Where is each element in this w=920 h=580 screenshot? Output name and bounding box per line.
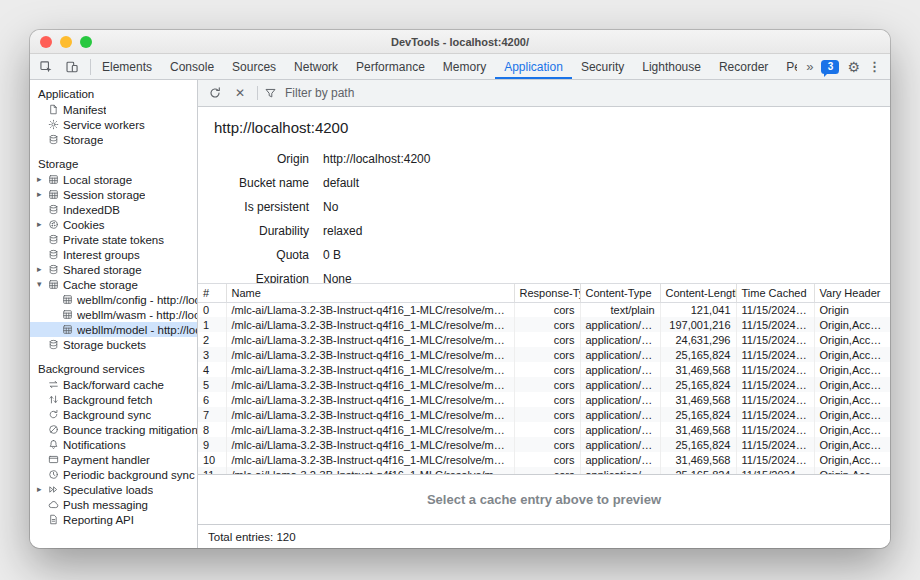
cell-n[interactable]: 8: [198, 422, 226, 437]
cell-ct[interactable]: application/oc…: [580, 332, 660, 347]
tab-recorder[interactable]: Recorder: [710, 54, 777, 79]
cell-len[interactable]: 24,631,296: [660, 332, 736, 347]
tab-application[interactable]: Application: [495, 54, 572, 79]
cell-name[interactable]: /mlc-ai/Llama-3.2-3B-Instruct-q4f16_1-ML…: [226, 452, 514, 467]
clear-icon[interactable]: ✕: [229, 83, 251, 103]
cell-vary[interactable]: Origin,Access…: [814, 362, 890, 377]
cell-len[interactable]: 31,469,568: [660, 452, 736, 467]
cell-vary[interactable]: Origin,Access…: [814, 332, 890, 347]
cell-n[interactable]: 10: [198, 452, 226, 467]
sidebar-item-back-forward-cache[interactable]: Back/forward cache: [30, 377, 197, 392]
cell-ct[interactable]: application/oc…: [580, 422, 660, 437]
cache-entry-row[interactable]: 9/mlc-ai/Llama-3.2-3B-Instruct-q4f16_1-M…: [198, 437, 890, 452]
cell-vary[interactable]: Origin,Access…: [814, 377, 890, 392]
cell-vary[interactable]: Origin,Access…: [814, 437, 890, 452]
settings-gear-icon[interactable]: ⚙: [847, 60, 860, 74]
tab-network[interactable]: Network: [285, 54, 347, 79]
tab-elements[interactable]: Elements: [93, 54, 161, 79]
cell-rt[interactable]: cors: [514, 302, 580, 317]
sidebar-item-push-messaging[interactable]: Push messaging: [30, 497, 197, 512]
cell-len[interactable]: 121,041: [660, 302, 736, 317]
cell-name[interactable]: /mlc-ai/Llama-3.2-3B-Instruct-q4f16_1-ML…: [226, 392, 514, 407]
cell-time[interactable]: 11/15/2024, 10…: [736, 347, 814, 362]
sidebar-item-indexeddb[interactable]: IndexedDB: [30, 202, 197, 217]
sidebar-item-interest-groups[interactable]: Interest groups: [30, 247, 197, 262]
sidebar-item-background-fetch[interactable]: Background fetch: [30, 392, 197, 407]
column-header-response-type[interactable]: Response-Type: [514, 284, 580, 302]
chevron-right-icon[interactable]: ▸: [37, 220, 48, 229]
tab-sources[interactable]: Sources: [223, 54, 285, 79]
cell-n[interactable]: 11: [198, 467, 226, 475]
cell-rt[interactable]: cors: [514, 362, 580, 377]
cell-name[interactable]: /mlc-ai/Llama-3.2-3B-Instruct-q4f16_1-ML…: [226, 437, 514, 452]
cell-len[interactable]: 25,165,824: [660, 467, 736, 475]
cache-entry-row[interactable]: 1/mlc-ai/Llama-3.2-3B-Instruct-q4f16_1-M…: [198, 317, 890, 332]
tab-memory[interactable]: Memory: [434, 54, 495, 79]
sidebar-item-service-workers[interactable]: Service workers: [30, 117, 197, 132]
column-header-time-cached[interactable]: Time Cached: [736, 284, 814, 302]
cell-time[interactable]: 11/15/2024, 10…: [736, 332, 814, 347]
cell-ct[interactable]: application/oc…: [580, 437, 660, 452]
cache-entry-row[interactable]: 0/mlc-ai/Llama-3.2-3B-Instruct-q4f16_1-M…: [198, 302, 890, 317]
cell-time[interactable]: 11/15/2024, 10…: [736, 362, 814, 377]
sidebar-item-shared-storage[interactable]: ▸Shared storage: [30, 262, 197, 277]
cell-len[interactable]: 31,469,568: [660, 392, 736, 407]
cell-vary[interactable]: Origin,Access…: [814, 347, 890, 362]
cell-name[interactable]: /mlc-ai/Llama-3.2-3B-Instruct-q4f16_1-ML…: [226, 407, 514, 422]
sidebar-item-cookies[interactable]: ▸Cookies: [30, 217, 197, 232]
cell-ct[interactable]: application/oc…: [580, 347, 660, 362]
sidebar-item-webllm-model-http-loc[interactable]: webllm/model - http://loc…: [30, 322, 197, 337]
close-button[interactable]: [40, 36, 52, 48]
chevron-right-icon[interactable]: ▸: [37, 265, 48, 274]
cell-n[interactable]: 0: [198, 302, 226, 317]
cell-len[interactable]: 25,165,824: [660, 437, 736, 452]
cell-name[interactable]: /mlc-ai/Llama-3.2-3B-Instruct-q4f16_1-ML…: [226, 422, 514, 437]
column-header-vary-header[interactable]: Vary Header: [814, 284, 890, 302]
cell-rt[interactable]: cors: [514, 407, 580, 422]
tab-performance-insights[interactable]: Performance insights: [777, 54, 797, 79]
cell-ct[interactable]: application/oc…: [580, 377, 660, 392]
chevron-right-icon[interactable]: ▸: [37, 190, 48, 199]
cell-len[interactable]: 197,001,216: [660, 317, 736, 332]
sidebar-item-background-sync[interactable]: Background sync: [30, 407, 197, 422]
cell-time[interactable]: 11/15/2024, 10…: [736, 407, 814, 422]
cell-rt[interactable]: cors: [514, 452, 580, 467]
cell-vary[interactable]: Origin,Access…: [814, 407, 890, 422]
cell-n[interactable]: 5: [198, 377, 226, 392]
more-tabs-icon[interactable]: »: [806, 59, 813, 74]
inspect-element-icon[interactable]: [34, 57, 58, 77]
column-header-content-length[interactable]: Content-Length: [660, 284, 736, 302]
chevron-right-icon[interactable]: ▸: [37, 485, 48, 494]
cell-vary[interactable]: Origin,Access…: [814, 452, 890, 467]
sidebar-item-payment-handler[interactable]: Payment handler: [30, 452, 197, 467]
sidebar-item-manifest[interactable]: Manifest: [30, 102, 197, 117]
cell-rt[interactable]: cors: [514, 467, 580, 475]
cache-entry-row[interactable]: 10/mlc-ai/Llama-3.2-3B-Instruct-q4f16_1-…: [198, 452, 890, 467]
sidebar-item-bounce-tracking-mitigations[interactable]: Bounce tracking mitigations: [30, 422, 197, 437]
cell-len[interactable]: 25,165,824: [660, 407, 736, 422]
tab-console[interactable]: Console: [161, 54, 223, 79]
cell-rt[interactable]: cors: [514, 377, 580, 392]
cache-entry-row[interactable]: 5/mlc-ai/Llama-3.2-3B-Instruct-q4f16_1-M…: [198, 377, 890, 392]
column-header-[interactable]: #: [198, 284, 226, 302]
cell-vary[interactable]: Origin,Access…: [814, 422, 890, 437]
cell-len[interactable]: 25,165,824: [660, 377, 736, 392]
cell-ct[interactable]: text/plain: [580, 302, 660, 317]
device-toolbar-icon[interactable]: [60, 57, 84, 77]
cell-ct[interactable]: application/oc…: [580, 467, 660, 475]
tab-security[interactable]: Security: [572, 54, 633, 79]
tab-performance[interactable]: Performance: [347, 54, 434, 79]
filter-by-path-input[interactable]: [283, 85, 884, 101]
cell-n[interactable]: 1: [198, 317, 226, 332]
cell-ct[interactable]: application/oc…: [580, 317, 660, 332]
cell-time[interactable]: 11/15/2024, 10…: [736, 317, 814, 332]
column-header-name[interactable]: Name: [226, 284, 514, 302]
cell-n[interactable]: 6: [198, 392, 226, 407]
cell-ct[interactable]: application/oc…: [580, 392, 660, 407]
chevron-right-icon[interactable]: ▸: [37, 175, 48, 184]
cell-rt[interactable]: cors: [514, 347, 580, 362]
sidebar-item-local-storage[interactable]: ▸Local storage: [30, 172, 197, 187]
chevron-down-icon[interactable]: ▾: [37, 280, 48, 289]
cell-n[interactable]: 2: [198, 332, 226, 347]
cell-rt[interactable]: cors: [514, 392, 580, 407]
